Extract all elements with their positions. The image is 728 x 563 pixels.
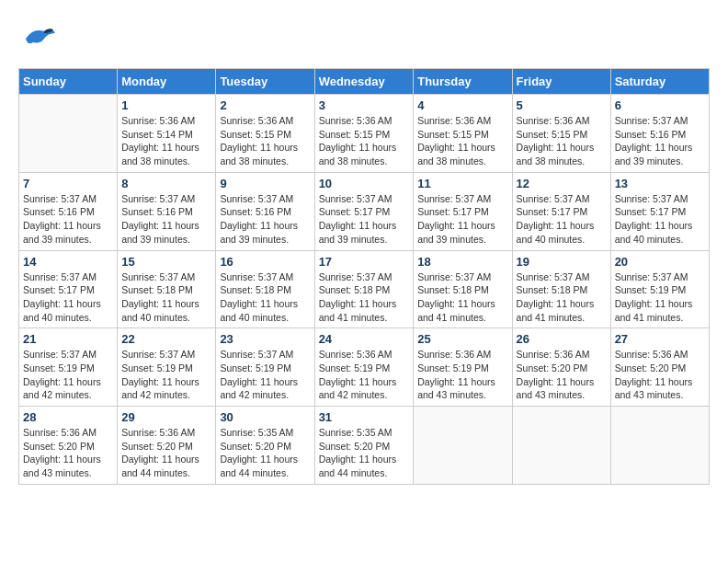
weekday-header-sunday: Sunday	[19, 69, 118, 95]
day-info: Sunrise: 5:36 AM Sunset: 5:15 PM Dayligh…	[220, 114, 310, 168]
weekday-header-saturday: Saturday	[610, 69, 709, 95]
calendar-cell: 24Sunrise: 5:36 AM Sunset: 5:19 PM Dayli…	[314, 328, 414, 407]
calendar-cell: 16Sunrise: 5:37 AM Sunset: 5:18 PM Dayli…	[216, 250, 314, 328]
day-number: 7	[23, 177, 113, 190]
day-number: 31	[319, 410, 410, 424]
day-number: 1	[121, 98, 211, 112]
calendar-cell: 8Sunrise: 5:37 AM Sunset: 5:16 PM Daylig…	[118, 172, 216, 250]
day-info: Sunrise: 5:35 AM Sunset: 5:20 PM Dayligh…	[319, 426, 410, 480]
weekday-header-monday: Monday	[118, 69, 216, 95]
day-number: 24	[319, 332, 410, 346]
day-number: 28	[23, 410, 113, 424]
weekday-header-wednesday: Wednesday	[314, 69, 414, 95]
calendar-cell	[610, 407, 709, 485]
logo	[18, 18, 63, 59]
day-info: Sunrise: 5:37 AM Sunset: 5:17 PM Dayligh…	[517, 192, 607, 247]
calendar-cell: 30Sunrise: 5:35 AM Sunset: 5:20 PM Dayli…	[216, 407, 314, 485]
calendar-cell: 26Sunrise: 5:36 AM Sunset: 5:20 PM Dayli…	[512, 328, 610, 407]
calendar-week-row: 14Sunrise: 5:37 AM Sunset: 5:17 PM Dayli…	[19, 250, 710, 328]
calendar-cell: 9Sunrise: 5:37 AM Sunset: 5:16 PM Daylig…	[216, 172, 314, 250]
day-number: 16	[220, 255, 310, 269]
day-info: Sunrise: 5:37 AM Sunset: 5:18 PM Dayligh…	[319, 270, 410, 325]
day-number: 20	[615, 255, 705, 269]
calendar-cell: 21Sunrise: 5:37 AM Sunset: 5:19 PM Dayli…	[19, 328, 118, 407]
weekday-header-tuesday: Tuesday	[216, 69, 314, 95]
day-info: Sunrise: 5:37 AM Sunset: 5:19 PM Dayligh…	[220, 348, 310, 402]
day-info: Sunrise: 5:36 AM Sunset: 5:20 PM Dayligh…	[23, 426, 113, 480]
day-number: 10	[319, 177, 410, 190]
calendar-week-row: 28Sunrise: 5:36 AM Sunset: 5:20 PM Dayli…	[19, 407, 710, 485]
day-info: Sunrise: 5:36 AM Sunset: 5:15 PM Dayligh…	[417, 114, 507, 168]
day-number: 29	[121, 410, 211, 424]
calendar-cell: 19Sunrise: 5:37 AM Sunset: 5:18 PM Dayli…	[512, 250, 610, 328]
calendar-cell: 28Sunrise: 5:36 AM Sunset: 5:20 PM Dayli…	[19, 407, 118, 485]
calendar-cell: 10Sunrise: 5:37 AM Sunset: 5:17 PM Dayli…	[314, 172, 414, 250]
logo-bird-icon	[18, 18, 59, 59]
day-number: 6	[615, 98, 705, 112]
day-info: Sunrise: 5:36 AM Sunset: 5:15 PM Dayligh…	[319, 114, 410, 168]
day-info: Sunrise: 5:37 AM Sunset: 5:18 PM Dayligh…	[121, 270, 211, 325]
day-number: 17	[319, 255, 410, 269]
calendar-cell: 12Sunrise: 5:37 AM Sunset: 5:17 PM Dayli…	[512, 172, 610, 250]
calendar-cell: 23Sunrise: 5:37 AM Sunset: 5:19 PM Dayli…	[216, 328, 314, 407]
day-number: 19	[517, 255, 607, 269]
calendar-cell: 22Sunrise: 5:37 AM Sunset: 5:19 PM Dayli…	[118, 328, 216, 407]
day-number: 23	[220, 332, 310, 346]
day-number: 9	[220, 177, 310, 190]
calendar-cell: 13Sunrise: 5:37 AM Sunset: 5:17 PM Dayli…	[610, 172, 709, 250]
calendar-cell: 17Sunrise: 5:37 AM Sunset: 5:18 PM Dayli…	[314, 250, 414, 328]
calendar-header-row: SundayMondayTuesdayWednesdayThursdayFrid…	[19, 69, 710, 95]
day-number: 25	[417, 332, 507, 346]
day-info: Sunrise: 5:37 AM Sunset: 5:18 PM Dayligh…	[517, 270, 607, 325]
calendar-cell: 29Sunrise: 5:36 AM Sunset: 5:20 PM Dayli…	[118, 407, 216, 485]
day-info: Sunrise: 5:36 AM Sunset: 5:20 PM Dayligh…	[121, 426, 211, 480]
calendar-cell: 20Sunrise: 5:37 AM Sunset: 5:19 PM Dayli…	[610, 250, 709, 328]
day-number: 11	[417, 177, 507, 190]
day-info: Sunrise: 5:36 AM Sunset: 5:19 PM Dayligh…	[417, 348, 507, 402]
calendar-cell: 15Sunrise: 5:37 AM Sunset: 5:18 PM Dayli…	[118, 250, 216, 328]
day-number: 22	[121, 332, 211, 346]
calendar-cell: 14Sunrise: 5:37 AM Sunset: 5:17 PM Dayli…	[19, 250, 118, 328]
calendar-cell: 18Sunrise: 5:37 AM Sunset: 5:18 PM Dayli…	[414, 250, 512, 328]
day-number: 18	[417, 255, 507, 269]
calendar-table: SundayMondayTuesdayWednesdayThursdayFrid…	[18, 68, 710, 485]
day-info: Sunrise: 5:36 AM Sunset: 5:20 PM Dayligh…	[517, 348, 607, 402]
day-number: 15	[121, 255, 211, 269]
calendar-cell	[512, 407, 610, 485]
calendar-cell: 5Sunrise: 5:36 AM Sunset: 5:15 PM Daylig…	[512, 95, 610, 173]
day-number: 13	[615, 177, 705, 190]
day-info: Sunrise: 5:37 AM Sunset: 5:19 PM Dayligh…	[23, 348, 113, 402]
day-info: Sunrise: 5:37 AM Sunset: 5:16 PM Dayligh…	[121, 192, 211, 247]
calendar-week-row: 1Sunrise: 5:36 AM Sunset: 5:14 PM Daylig…	[19, 95, 710, 173]
day-info: Sunrise: 5:37 AM Sunset: 5:19 PM Dayligh…	[615, 270, 705, 325]
day-number: 8	[121, 177, 211, 190]
day-info: Sunrise: 5:37 AM Sunset: 5:17 PM Dayligh…	[615, 192, 705, 247]
day-info: Sunrise: 5:37 AM Sunset: 5:16 PM Dayligh…	[23, 192, 113, 247]
weekday-header-thursday: Thursday	[414, 69, 512, 95]
day-info: Sunrise: 5:36 AM Sunset: 5:19 PM Dayligh…	[319, 348, 410, 402]
day-number: 5	[517, 98, 607, 112]
day-info: Sunrise: 5:37 AM Sunset: 5:18 PM Dayligh…	[417, 270, 507, 325]
calendar-cell: 6Sunrise: 5:37 AM Sunset: 5:16 PM Daylig…	[610, 95, 709, 173]
day-number: 3	[319, 98, 410, 112]
day-number: 27	[615, 332, 705, 346]
day-info: Sunrise: 5:36 AM Sunset: 5:20 PM Dayligh…	[615, 348, 705, 402]
day-number: 2	[220, 98, 310, 112]
calendar-cell: 2Sunrise: 5:36 AM Sunset: 5:15 PM Daylig…	[216, 95, 314, 173]
calendar-cell: 7Sunrise: 5:37 AM Sunset: 5:16 PM Daylig…	[19, 172, 118, 250]
calendar-week-row: 7Sunrise: 5:37 AM Sunset: 5:16 PM Daylig…	[19, 172, 710, 250]
day-number: 21	[23, 332, 113, 346]
day-info: Sunrise: 5:37 AM Sunset: 5:16 PM Dayligh…	[220, 192, 310, 247]
calendar-cell: 4Sunrise: 5:36 AM Sunset: 5:15 PM Daylig…	[414, 95, 512, 173]
day-number: 12	[517, 177, 607, 190]
calendar-cell: 31Sunrise: 5:35 AM Sunset: 5:20 PM Dayli…	[314, 407, 414, 485]
calendar-cell	[19, 95, 118, 173]
calendar-cell: 25Sunrise: 5:36 AM Sunset: 5:19 PM Dayli…	[414, 328, 512, 407]
calendar-cell: 11Sunrise: 5:37 AM Sunset: 5:17 PM Dayli…	[414, 172, 512, 250]
weekday-header-friday: Friday	[512, 69, 610, 95]
day-number: 26	[517, 332, 607, 346]
day-number: 4	[417, 98, 507, 112]
day-info: Sunrise: 5:35 AM Sunset: 5:20 PM Dayligh…	[220, 426, 310, 480]
day-number: 14	[23, 255, 113, 269]
day-info: Sunrise: 5:37 AM Sunset: 5:17 PM Dayligh…	[23, 270, 113, 325]
